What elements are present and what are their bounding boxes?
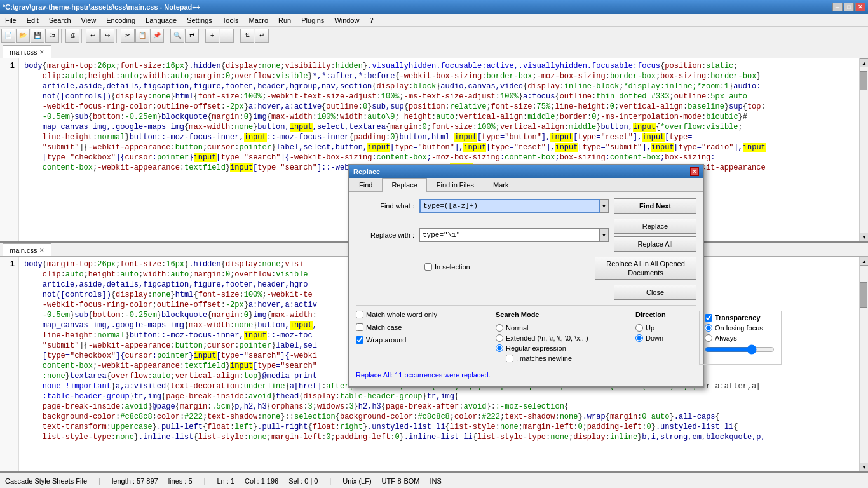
dialog-tab-mark[interactable]: Mark [484,178,518,191]
menu-macro[interactable]: Macro [243,15,273,25]
match-case-label: Match case [366,323,402,331]
toolbar-sep-4 [166,29,168,43]
tab-main-css-1[interactable]: main.css ✕ [3,45,51,58]
code-line-b18: list-style-type:none}.inline-list{list-s… [24,432,854,442]
code-line-3: article,aside,details,figcaption,figure,… [24,81,854,92]
close-button[interactable]: ✕ [855,3,865,11]
dir-up-label: Up [646,324,654,332]
find-button[interactable]: 🔍 [170,29,184,43]
menu-search[interactable]: Search [44,15,76,25]
menu-view[interactable]: View [76,15,102,25]
dialog-title-bar: Replace ✕ [349,165,703,178]
status-col: Col : 1 196 [245,477,278,485]
match-whole-word-row: Match whole word only [356,311,483,318]
tab-label-1: main.css [10,48,37,56]
menu-help[interactable]: ? [364,15,378,25]
transparency-always-radio[interactable] [705,334,712,342]
menu-plugins[interactable]: Plugins [296,15,329,25]
minimize-button[interactable]: ─ [832,3,843,11]
find-replace-button[interactable]: ⇄ [185,29,199,43]
undo-button[interactable]: ↩ [86,29,100,43]
vscroll-1[interactable]: ▲ ▼ [859,58,868,241]
replace-all-opened-button[interactable]: Replace All in All Opened Documents [595,257,696,280]
replace-all-button[interactable]: Replace All [614,236,696,252]
in-selection-checkbox[interactable] [424,263,432,271]
direction-section: Direction Up Down [635,311,686,365]
dialog-tab-find-in-files[interactable]: Find in Files [427,178,484,191]
wrap-around-checkbox[interactable] [356,336,363,344]
match-case-row: Match case [356,323,483,331]
dialog-title: Replace [353,168,380,175]
toolbar-sep-1 [61,29,64,43]
mode-regex-row: Regular expression [496,344,623,352]
in-selection-label: In selection [435,263,470,271]
transparency-slider[interactable] [705,344,775,355]
find-next-button[interactable]: Find Next [614,198,696,214]
status-encoding: UTF-8-BOM [382,477,420,485]
scroll-down-1[interactable]: ▼ [860,233,868,241]
match-case-checkbox[interactable] [356,323,363,331]
dir-up-radio[interactable] [635,324,643,332]
new-button[interactable]: 📄 [1,29,15,43]
menu-file[interactable]: File [0,15,22,25]
tab-close-1[interactable]: ✕ [39,49,44,55]
dialog-close-button[interactable]: ✕ [690,167,699,176]
save-button[interactable]: 💾 [31,29,44,43]
replace-with-input[interactable] [419,228,600,242]
menu-settings[interactable]: Settings [182,15,217,25]
tab-main-css-2[interactable]: main.css ✕ [3,243,51,256]
menu-encoding[interactable]: Encoding [101,15,140,25]
replace-dropdown-arrow[interactable]: ▼ [600,228,609,242]
close-button[interactable]: Close [614,285,696,300]
code-line-6: -0.5em}sub{bottom:-0.25em}blockquote{mar… [24,112,854,122]
dialog-tab-replace[interactable]: Replace [382,178,426,192]
dir-down-radio[interactable] [635,334,643,342]
open-button[interactable]: 📂 [16,29,30,43]
save-all-button[interactable]: 🗂 [45,29,59,43]
vscroll-2[interactable]: ▲ ▼ [859,257,868,471]
search-mode-title: Search Mode [496,311,623,320]
code-line-8: line-height:normal}button::-moz-focus-in… [24,132,854,142]
search-mode-section: Search Mode Normal Extended (\n, \r, \t,… [496,311,623,365]
toolbar-sep-6 [236,29,238,43]
copy-button[interactable]: 📋 [135,29,149,43]
replace-button[interactable]: Replace [614,219,696,234]
find-dropdown-arrow[interactable]: ▼ [600,199,609,213]
transparency-on-focus-radio[interactable] [705,324,712,332]
mode-regex-label: Regular expression [506,344,566,352]
redo-button[interactable]: ↪ [100,29,114,43]
menu-edit[interactable]: Edit [22,15,44,25]
paste-button[interactable]: 📌 [150,29,164,43]
menu-language[interactable]: Language [140,15,182,25]
scroll-down-2[interactable]: ▼ [860,463,868,471]
scroll-up-1[interactable]: ▲ [860,58,868,67]
dialog-tab-find[interactable]: Find [349,178,382,191]
match-whole-word-checkbox[interactable] [356,311,363,318]
transparency-always-row: Always [705,334,776,342]
find-what-input[interactable] [419,199,600,213]
menu-tools[interactable]: Tools [217,15,244,25]
wrap-button[interactable]: ↵ [255,29,269,43]
scroll-thumb-2[interactable] [860,282,867,308]
zoom-out-button[interactable]: - [220,29,234,43]
scroll-thumb-1[interactable] [860,71,867,90]
mode-regex-radio[interactable] [496,344,503,352]
code-line-4: not([controls]){display:none}html{font-s… [24,92,854,102]
mode-normal-label: Normal [506,324,528,332]
transparency-always-label: Always [715,334,737,342]
zoom-in-button[interactable]: + [205,29,219,43]
print-button[interactable]: 🖨 [65,29,79,43]
transparency-checkbox[interactable] [705,314,712,322]
scroll-up-2[interactable]: ▲ [860,257,868,266]
mode-normal-radio[interactable] [496,324,503,332]
sync-scroll-button[interactable]: ⇅ [240,29,254,43]
menu-run[interactable]: Run [273,15,296,25]
menu-window[interactable]: Window [329,15,364,25]
mode-extended-radio[interactable] [496,334,503,342]
matches-newline-checkbox[interactable] [506,355,513,362]
maximize-button[interactable]: □ [844,3,854,11]
cut-button[interactable]: ✂ [121,29,135,43]
tab-label-2: main.css [10,247,37,254]
wrap-around-row: Wrap around [356,336,483,344]
tab-close-2[interactable]: ✕ [39,247,44,254]
